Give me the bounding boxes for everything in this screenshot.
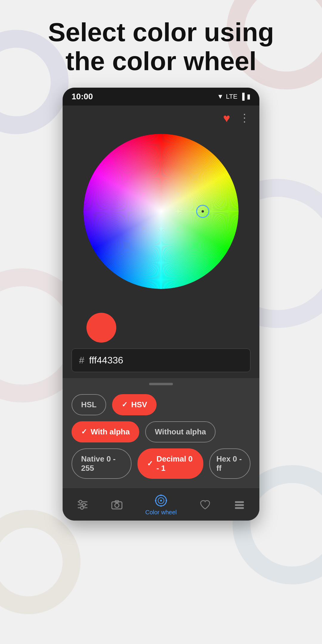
sliders-icon: [77, 499, 89, 511]
svg-point-5: [79, 500, 82, 503]
options-row-range: Native 0 - 255 ✓ Decimal 0 - 1 Hex 0 - f…: [72, 448, 250, 479]
more-options-button[interactable]: ⋮: [239, 112, 250, 124]
bottom-sheet: HSL ✓ HSV ✓ With alpha Without alpha: [63, 378, 259, 488]
lte-label: LTE: [226, 93, 238, 100]
color-picker-cursor[interactable]: [196, 205, 209, 218]
nav-item-list[interactable]: [233, 499, 245, 511]
svg-point-15: [160, 505, 162, 507]
native-button[interactable]: Native 0 - 255: [72, 448, 131, 479]
hsl-label: HSL: [81, 400, 97, 409]
svg-point-6: [83, 503, 86, 506]
color-wheel-nav-icon: [154, 494, 168, 507]
options-row-alpha: ✓ With alpha Without alpha: [72, 421, 250, 442]
native-label: Native 0 - 255: [81, 454, 122, 473]
hex-input-value[interactable]: fff44336: [89, 355, 243, 366]
favorites-icon: [199, 499, 211, 511]
nav-item-favorites[interactable]: [199, 499, 211, 511]
color-wheel-wrapper[interactable]: [83, 134, 239, 289]
list-icon: [233, 499, 245, 511]
nav-item-color-wheel[interactable]: Color wheel: [145, 494, 177, 516]
nav-item-sliders[interactable]: [77, 499, 89, 511]
options-row-color-model: HSL ✓ HSV: [72, 394, 250, 415]
hex-range-label: Hex 0 - ff: [216, 454, 243, 473]
with-alpha-checkmark: ✓: [81, 428, 87, 436]
svg-point-7: [80, 506, 83, 509]
hsv-button[interactable]: ✓ HSV: [112, 394, 157, 415]
svg-rect-20: [235, 507, 244, 509]
title-line1: Select color using: [48, 17, 274, 47]
decimal-checkmark: ✓: [147, 459, 153, 468]
without-alpha-button[interactable]: Without alpha: [145, 421, 216, 442]
color-wheel[interactable]: [83, 134, 239, 289]
svg-point-1: [83, 134, 239, 289]
hsl-button[interactable]: HSL: [72, 394, 106, 415]
status-time: 10:00: [72, 92, 93, 101]
favorite-button[interactable]: ♥: [223, 112, 230, 125]
sheet-handle: [149, 383, 173, 385]
svg-rect-18: [235, 501, 244, 503]
wifi-icon: ▼: [217, 93, 224, 100]
title-line2: the color wheel: [66, 46, 257, 76]
options-section: HSL ✓ HSV ✓ With alpha Without alpha: [72, 394, 250, 485]
svg-point-9: [115, 503, 119, 507]
hex-input-box[interactable]: # fff44336: [72, 349, 250, 372]
status-bar: 10:00 ▼ LTE ▐ ▮: [63, 88, 259, 106]
hsv-checkmark: ✓: [122, 400, 128, 409]
color-preview-circle: [86, 313, 116, 343]
decimal-button[interactable]: ✓ Decimal 0 - 1: [137, 448, 203, 479]
battery-icon: ▮: [247, 93, 250, 100]
hex-hash-symbol: #: [79, 355, 84, 366]
bottom-nav: Color wheel: [63, 488, 259, 521]
svg-rect-19: [235, 504, 244, 506]
signal-icon: ▐: [240, 93, 244, 100]
page-wrapper: Select color using the color wheel 10:00…: [0, 0, 322, 644]
color-wheel-nav-label: Color wheel: [145, 509, 177, 516]
color-wheel-container: [63, 131, 259, 328]
status-icons: ▼ LTE ▐ ▮: [217, 93, 250, 100]
svg-point-17: [165, 500, 167, 501]
hsv-label: HSV: [131, 400, 147, 409]
phone-frame: 10:00 ▼ LTE ▐ ▮ ♥ ⋮: [63, 88, 259, 521]
hex-range-button[interactable]: Hex 0 - ff: [209, 448, 250, 479]
svg-point-16: [155, 500, 156, 501]
without-alpha-label: Without alpha: [155, 427, 206, 436]
svg-point-13: [160, 500, 162, 501]
decimal-label: Decimal 0 - 1: [157, 454, 194, 473]
nav-item-camera[interactable]: [111, 499, 123, 511]
svg-point-14: [160, 494, 162, 496]
with-alpha-label: With alpha: [91, 427, 130, 436]
app-header: ♥ ⋮: [63, 106, 259, 131]
camera-icon: [111, 499, 123, 511]
with-alpha-button[interactable]: ✓ With alpha: [72, 421, 139, 442]
page-title: Select color using the color wheel: [30, 18, 292, 76]
